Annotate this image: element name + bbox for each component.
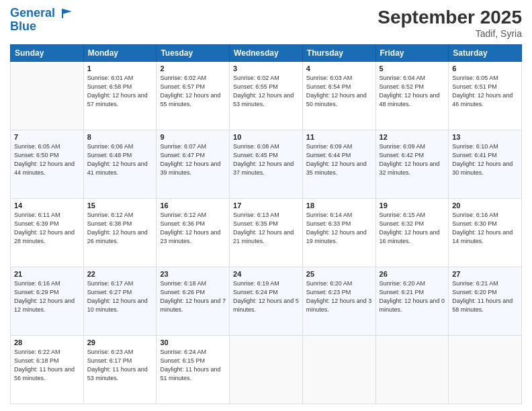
calendar-week-3: 14Sunrise: 6:11 AMSunset: 6:39 PMDayligh… xyxy=(11,199,522,267)
day-number: 26 xyxy=(380,270,445,278)
calendar-cell: 5Sunrise: 6:04 AMSunset: 6:52 PMDaylight… xyxy=(375,62,449,130)
day-number: 15 xyxy=(87,201,153,210)
day-number: 20 xyxy=(452,201,518,210)
day-number: 2 xyxy=(160,64,226,73)
logo: General Blue xyxy=(10,7,75,34)
cell-info: Sunrise: 6:20 AMSunset: 6:21 PMDaylight:… xyxy=(380,279,445,314)
cell-info: Sunrise: 6:12 AMSunset: 6:38 PMDaylight:… xyxy=(87,211,153,246)
calendar-cell: 13Sunrise: 6:10 AMSunset: 6:41 PMDayligh… xyxy=(449,130,522,199)
day-number: 17 xyxy=(233,201,299,210)
cell-info: Sunrise: 6:17 AMSunset: 6:27 PMDaylight:… xyxy=(87,279,153,314)
day-number: 28 xyxy=(14,338,80,347)
cell-info: Sunrise: 6:06 AMSunset: 6:48 PMDaylight:… xyxy=(87,142,153,177)
day-number: 9 xyxy=(160,133,226,141)
page: General Blue September 2025 Tadif, Syria… xyxy=(0,0,532,411)
calendar-cell: 29Sunrise: 6:23 AMSunset: 6:17 PMDayligh… xyxy=(83,336,157,404)
cell-info: Sunrise: 6:05 AMSunset: 6:50 PMDaylight:… xyxy=(14,142,80,177)
calendar-cell: 8Sunrise: 6:06 AMSunset: 6:48 PMDaylight… xyxy=(83,130,157,199)
day-number: 4 xyxy=(306,64,372,73)
calendar-week-4: 21Sunrise: 6:16 AMSunset: 6:29 PMDayligh… xyxy=(11,267,522,336)
cell-info: Sunrise: 6:22 AMSunset: 6:18 PMDaylight:… xyxy=(14,348,80,383)
cell-info: Sunrise: 6:23 AMSunset: 6:17 PMDaylight:… xyxy=(87,348,153,383)
cell-info: Sunrise: 6:19 AMSunset: 6:24 PMDaylight:… xyxy=(233,279,299,314)
cell-info: Sunrise: 6:09 AMSunset: 6:42 PMDaylight:… xyxy=(380,142,445,177)
calendar-cell: 19Sunrise: 6:15 AMSunset: 6:32 PMDayligh… xyxy=(375,199,449,267)
calendar-cell: 27Sunrise: 6:21 AMSunset: 6:20 PMDayligh… xyxy=(449,267,522,336)
calendar-cell: 10Sunrise: 6:08 AMSunset: 6:45 PMDayligh… xyxy=(230,130,303,199)
day-number: 7 xyxy=(14,133,80,141)
day-number: 14 xyxy=(14,201,80,210)
weekday-header-saturday: Saturday xyxy=(449,45,522,62)
day-number: 30 xyxy=(160,338,226,347)
weekday-header-tuesday: Tuesday xyxy=(157,45,230,62)
cell-info: Sunrise: 6:05 AMSunset: 6:51 PMDaylight:… xyxy=(452,74,518,109)
cell-info: Sunrise: 6:16 AMSunset: 6:29 PMDaylight:… xyxy=(14,279,80,314)
calendar-table: SundayMondayTuesdayWednesdayThursdayFrid… xyxy=(10,44,522,404)
location: Tadif, Syria xyxy=(378,28,522,39)
calendar-cell: 7Sunrise: 6:05 AMSunset: 6:50 PMDaylight… xyxy=(11,130,84,199)
cell-info: Sunrise: 6:12 AMSunset: 6:36 PMDaylight:… xyxy=(160,211,226,246)
cell-info: Sunrise: 6:13 AMSunset: 6:35 PMDaylight:… xyxy=(233,211,299,246)
cell-info: Sunrise: 6:11 AMSunset: 6:39 PMDaylight:… xyxy=(14,211,80,246)
cell-info: Sunrise: 6:09 AMSunset: 6:44 PMDaylight:… xyxy=(306,142,372,177)
day-number: 16 xyxy=(160,201,226,210)
cell-info: Sunrise: 6:15 AMSunset: 6:32 PMDaylight:… xyxy=(380,211,445,246)
calendar-cell: 3Sunrise: 6:02 AMSunset: 6:55 PMDaylight… xyxy=(230,62,303,130)
weekday-header-friday: Friday xyxy=(375,45,449,62)
calendar-cell: 18Sunrise: 6:14 AMSunset: 6:33 PMDayligh… xyxy=(302,199,375,267)
day-number: 18 xyxy=(306,201,372,210)
calendar-cell xyxy=(375,336,449,404)
calendar-cell xyxy=(302,336,375,404)
cell-info: Sunrise: 6:08 AMSunset: 6:45 PMDaylight:… xyxy=(233,142,299,177)
day-number: 11 xyxy=(306,133,372,141)
cell-info: Sunrise: 6:24 AMSunset: 6:15 PMDaylight:… xyxy=(160,348,226,383)
calendar-cell: 6Sunrise: 6:05 AMSunset: 6:51 PMDaylight… xyxy=(449,62,522,130)
calendar-cell: 23Sunrise: 6:18 AMSunset: 6:26 PMDayligh… xyxy=(157,267,230,336)
cell-info: Sunrise: 6:03 AMSunset: 6:54 PMDaylight:… xyxy=(306,74,372,109)
cell-info: Sunrise: 6:10 AMSunset: 6:41 PMDaylight:… xyxy=(452,142,518,177)
calendar-cell: 30Sunrise: 6:24 AMSunset: 6:15 PMDayligh… xyxy=(157,336,230,404)
cell-info: Sunrise: 6:01 AMSunset: 6:58 PMDaylight:… xyxy=(87,74,153,109)
cell-info: Sunrise: 6:16 AMSunset: 6:30 PMDaylight:… xyxy=(452,211,518,246)
day-number: 19 xyxy=(380,201,445,210)
weekday-header-wednesday: Wednesday xyxy=(230,45,303,62)
weekday-header-row: SundayMondayTuesdayWednesdayThursdayFrid… xyxy=(11,45,522,62)
day-number: 6 xyxy=(452,64,518,73)
weekday-header-monday: Monday xyxy=(83,45,157,62)
calendar-cell: 16Sunrise: 6:12 AMSunset: 6:36 PMDayligh… xyxy=(157,199,230,267)
calendar-week-2: 7Sunrise: 6:05 AMSunset: 6:50 PMDaylight… xyxy=(11,130,522,199)
calendar-cell xyxy=(230,336,303,404)
month-title: September 2025 xyxy=(378,7,522,28)
calendar-cell xyxy=(449,336,522,404)
calendar-cell: 22Sunrise: 6:17 AMSunset: 6:27 PMDayligh… xyxy=(83,267,157,336)
calendar-cell: 14Sunrise: 6:11 AMSunset: 6:39 PMDayligh… xyxy=(11,199,84,267)
calendar-cell: 21Sunrise: 6:16 AMSunset: 6:29 PMDayligh… xyxy=(11,267,84,336)
day-number: 5 xyxy=(380,64,445,73)
calendar-cell: 12Sunrise: 6:09 AMSunset: 6:42 PMDayligh… xyxy=(375,130,449,199)
svg-marker-0 xyxy=(62,9,72,14)
calendar-cell: 25Sunrise: 6:20 AMSunset: 6:23 PMDayligh… xyxy=(302,267,375,336)
calendar-cell: 1Sunrise: 6:01 AMSunset: 6:58 PMDaylight… xyxy=(83,62,157,130)
title-block: September 2025 Tadif, Syria xyxy=(378,7,522,39)
day-number: 22 xyxy=(87,270,153,278)
logo-blue: Blue xyxy=(10,20,75,34)
calendar-cell xyxy=(11,62,84,130)
day-number: 29 xyxy=(87,338,153,347)
day-number: 13 xyxy=(452,133,518,141)
calendar-cell: 4Sunrise: 6:03 AMSunset: 6:54 PMDaylight… xyxy=(302,62,375,130)
weekday-header-sunday: Sunday xyxy=(11,45,84,62)
day-number: 24 xyxy=(233,270,299,278)
day-number: 8 xyxy=(87,133,153,141)
calendar-cell: 17Sunrise: 6:13 AMSunset: 6:35 PMDayligh… xyxy=(230,199,303,267)
calendar-cell: 11Sunrise: 6:09 AMSunset: 6:44 PMDayligh… xyxy=(302,130,375,199)
day-number: 12 xyxy=(380,133,445,141)
calendar-cell: 24Sunrise: 6:19 AMSunset: 6:24 PMDayligh… xyxy=(230,267,303,336)
calendar-cell: 2Sunrise: 6:02 AMSunset: 6:57 PMDaylight… xyxy=(157,62,230,130)
calendar-cell: 9Sunrise: 6:07 AMSunset: 6:47 PMDaylight… xyxy=(157,130,230,199)
calendar-week-1: 1Sunrise: 6:01 AMSunset: 6:58 PMDaylight… xyxy=(11,62,522,130)
calendar-cell: 28Sunrise: 6:22 AMSunset: 6:18 PMDayligh… xyxy=(11,336,84,404)
cell-info: Sunrise: 6:14 AMSunset: 6:33 PMDaylight:… xyxy=(306,211,372,246)
cell-info: Sunrise: 6:02 AMSunset: 6:55 PMDaylight:… xyxy=(233,74,299,109)
day-number: 10 xyxy=(233,133,299,141)
day-number: 21 xyxy=(14,270,80,278)
